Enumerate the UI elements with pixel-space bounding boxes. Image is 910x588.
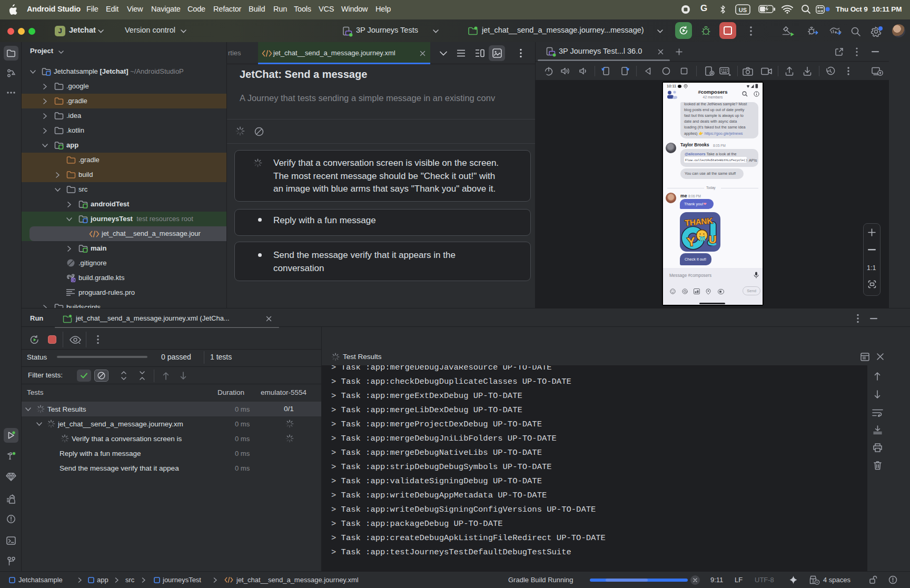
- svg-text:Y: Y: [686, 234, 696, 249]
- svg-text:US: US: [739, 7, 747, 13]
- svg-text:U: U: [709, 234, 716, 245]
